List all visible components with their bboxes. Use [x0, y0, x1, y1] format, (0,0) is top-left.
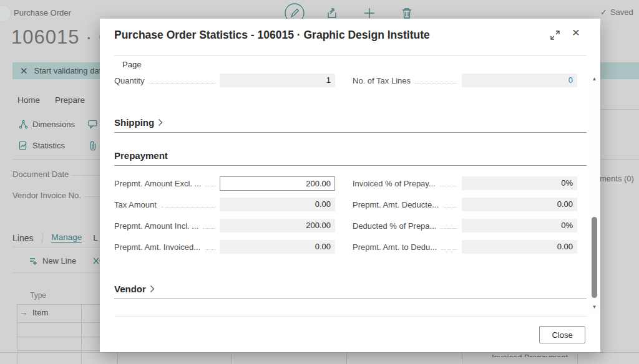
close-dialog-icon[interactable]: × [568, 24, 584, 41]
field-value: 0.00 [462, 198, 577, 211]
field-value: 0% [462, 219, 577, 232]
dotted-leader [161, 207, 215, 208]
tax-lines-value-link[interactable]: 0 [462, 74, 577, 87]
field-label: Prepmt. Amt. Deducte... [353, 200, 439, 209]
field-prepmt-amount-incl: Prepmt. Amount Incl. ... 200.00 [114, 219, 335, 232]
field-value: 200.00 [220, 219, 335, 232]
field-label: Tax Amount [114, 200, 157, 209]
section-header-shipping[interactable]: Shipping [114, 117, 587, 133]
field-tax-lines: No. of Tax Lines 0 [353, 74, 577, 87]
chevron-right-icon [150, 285, 155, 293]
field-value: 0% [462, 176, 577, 190]
dotted-leader [441, 249, 457, 250]
dotted-leader [149, 83, 215, 84]
section-header-prepayment[interactable]: Prepayment [114, 150, 587, 166]
dotted-leader [203, 228, 215, 229]
close-button[interactable]: Close [539, 326, 585, 343]
field-value: 0.00 [220, 240, 335, 254]
field-deducted-pct: Deducted % of Prepa... 0% [353, 219, 577, 232]
prepayment-title: Prepayment [114, 150, 168, 161]
dialog-menu-page[interactable]: Page [122, 60, 141, 69]
purchase-order-statistics-dialog: Purchase Order Statistics - 106015 · Gra… [100, 19, 600, 352]
scroll-up-icon[interactable]: ▲ [589, 76, 600, 82]
scroll-down-icon[interactable]: ▼ [589, 304, 600, 310]
field-label: Prepmt. Amt. to Dedu... [353, 242, 437, 252]
field-prepmt-amt-deducted: Prepmt. Amt. Deducte... 0.00 [353, 198, 577, 211]
field-label: Prepmt. Amt. Invoiced... [114, 242, 200, 252]
dialog-title: Purchase Order Statistics - 106015 · Gra… [114, 29, 430, 42]
dotted-leader [443, 207, 457, 208]
field-invoiced-pct: Invoiced % of Prepay... 0% [353, 176, 577, 190]
field-quantity: Quantity 1 [114, 74, 335, 87]
field-value: 0.00 [462, 240, 577, 254]
tax-lines-label: No. of Tax Lines [353, 76, 411, 85]
dotted-leader [415, 83, 457, 84]
quantity-label: Quantity [114, 76, 144, 85]
chevron-right-icon [158, 118, 163, 127]
expand-dialog-icon[interactable] [548, 28, 562, 42]
field-label: Prepmt. Amount Excl. ... [114, 179, 201, 188]
section-header-vendor[interactable]: Vendor [114, 284, 587, 299]
dotted-leader [205, 249, 215, 250]
dialog-scrollbar[interactable]: ▲ ▼ [589, 74, 600, 313]
vendor-title: Vendor [114, 284, 146, 294]
field-tax-amount: Tax Amount 0.00 [114, 198, 335, 211]
field-label: Prepmt. Amount Incl. ... [114, 221, 198, 231]
dotted-leader [441, 228, 457, 229]
prepmt-amount-excl-input[interactable] [220, 176, 335, 191]
divider [114, 55, 587, 55]
dotted-leader [440, 186, 457, 186]
field-label: Deducted % of Prepa... [353, 221, 436, 231]
field-value: 0.00 [220, 198, 335, 211]
dotted-leader [205, 186, 215, 186]
scrollbar-thumb[interactable] [592, 217, 597, 298]
quantity-value: 1 [220, 74, 335, 87]
field-prepmt-amt-invoiced: Prepmt. Amt. Invoiced... 0.00 [114, 240, 335, 254]
field-prepmt-amt-to-deduct: Prepmt. Amt. to Dedu... 0.00 [353, 240, 577, 254]
field-prepmt-amount-excl: Prepmt. Amount Excl. ... [114, 176, 335, 190]
divider [114, 316, 587, 317]
shipping-title: Shipping [114, 117, 154, 128]
field-label: Invoiced % of Prepay... [353, 179, 436, 188]
